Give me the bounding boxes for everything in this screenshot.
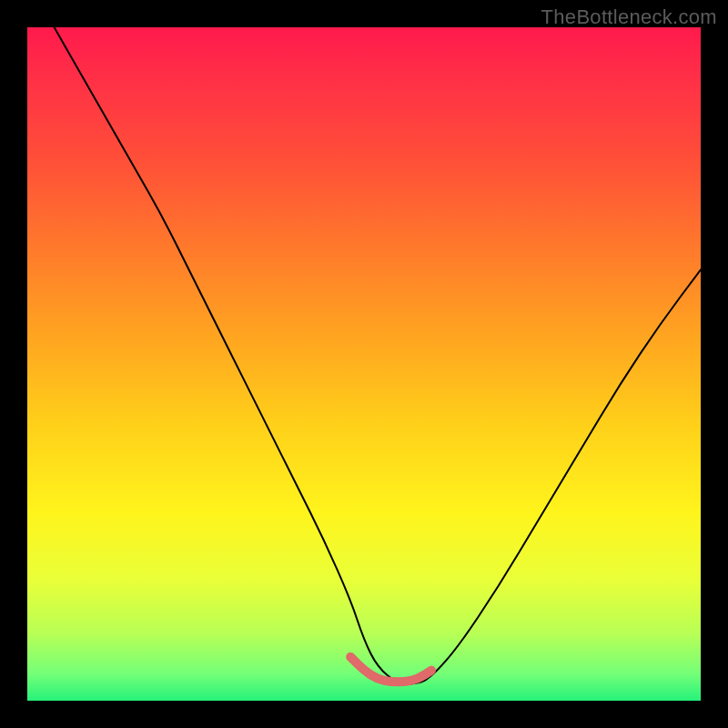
watermark: TheBottleneck.com <box>541 5 717 29</box>
plot-area <box>27 27 701 701</box>
bottleneck-curve <box>55 27 701 684</box>
optimal-band <box>350 657 431 682</box>
chart-frame: TheBottleneck.com <box>0 0 728 728</box>
chart-svg <box>27 27 701 701</box>
